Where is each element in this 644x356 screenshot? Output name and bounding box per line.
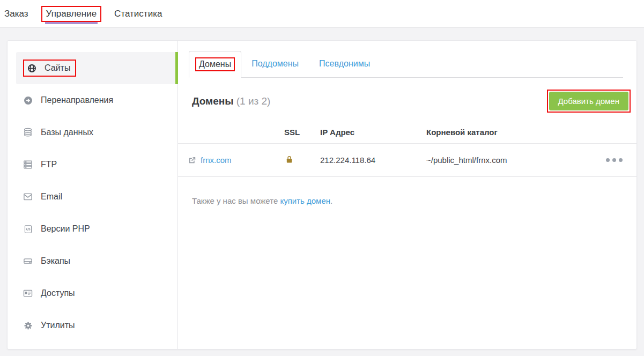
sidebar-item-redirects[interactable]: Перенаправления: [8, 84, 177, 116]
ip-cell: 212.224.118.64: [320, 155, 426, 165]
tab-label: Поддомены: [251, 59, 299, 69]
tab-aliases[interactable]: Псевдонимы: [309, 50, 380, 77]
sidebar-item-label: Утилиты: [41, 321, 75, 330]
annotation-box: Управление: [41, 6, 102, 22]
column-header-ip: IP Адрес: [320, 128, 426, 137]
domain-link[interactable]: frnx.com: [201, 155, 232, 165]
page-title: Домены (1 из 2): [192, 95, 270, 107]
sidebar: Сайты Перенаправления Базы да: [8, 41, 178, 349]
ssl-cell: [284, 155, 320, 166]
annotation-box: Домены: [195, 57, 235, 71]
sidebar-item-php-versions[interactable]: Версии PHP: [8, 213, 177, 245]
domains-count: (1 из 2): [236, 95, 271, 107]
backup-drive-icon: [23, 256, 33, 266]
section-header: Домены (1 из 2) Добавить домен: [178, 78, 636, 113]
top-navigation: Заказ Управление Статистика: [0, 0, 644, 28]
sidebar-item-label: Сайты: [45, 63, 70, 73]
annotation-box: Добавить домен: [547, 90, 631, 113]
sidebar-item-access[interactable]: Доступы: [8, 277, 177, 309]
nav-item-statistics[interactable]: Статистика: [114, 0, 162, 28]
lock-icon: [285, 155, 293, 166]
database-icon: [23, 128, 33, 137]
sidebar-item-label: Бэкапы: [41, 256, 70, 266]
php-code-icon: [23, 224, 33, 234]
sidebar-item-label: Email: [41, 192, 62, 202]
tab-label: Домены: [199, 60, 231, 69]
note-text: .: [330, 196, 332, 205]
external-link-icon: [188, 156, 196, 164]
sidebar-item-email[interactable]: Email: [8, 181, 177, 213]
gear-icon: [23, 321, 33, 330]
tab-subdomains[interactable]: Поддомены: [241, 50, 309, 77]
column-header-root: Корневой каталог: [426, 128, 589, 137]
sidebar-item-utilities[interactable]: Утилиты: [8, 309, 177, 342]
content-area: Домены Поддомены Псевдонимы Домены (1 из…: [178, 41, 636, 349]
sidebar-item-label: Базы данных: [41, 128, 93, 137]
sidebar-item-backups[interactable]: Бэкапы: [8, 245, 177, 277]
buy-domain-link[interactable]: купить домен: [280, 196, 330, 205]
envelope-icon: [23, 192, 33, 202]
actions-cell: [589, 158, 636, 162]
tabs-bar: Домены Поддомены Псевдонимы: [189, 51, 623, 78]
add-domain-button[interactable]: Добавить домен: [549, 92, 629, 110]
sidebar-item-label: Версии PHP: [41, 224, 90, 234]
table-header-row: SSL IP Адрес Корневой каталог: [178, 121, 636, 144]
sidebar-item-label: FTP: [41, 160, 57, 169]
tab-domains[interactable]: Домены: [189, 51, 241, 78]
sidebar-item-ftp[interactable]: FTP: [8, 149, 177, 181]
sidebar-item-label: Перенаправления: [41, 95, 113, 105]
nav-item-management[interactable]: Управление: [41, 0, 102, 28]
annotation-box: Сайты: [23, 60, 76, 77]
globe-icon: [27, 63, 36, 73]
sidebar-item-label: Доступы: [41, 288, 75, 298]
tab-label: Псевдонимы: [319, 59, 370, 69]
note-text: Также у нас вы можете: [192, 196, 280, 205]
sidebar-item-databases[interactable]: Базы данных: [8, 116, 177, 149]
nav-item-label: Статистика: [114, 9, 162, 19]
domain-cell: frnx.com: [178, 155, 284, 165]
nav-item-label: Заказ: [4, 9, 28, 19]
id-card-icon: [23, 288, 33, 298]
nav-item-label: Управление: [46, 9, 97, 19]
column-header-ssl: SSL: [284, 128, 320, 137]
table-row: frnx.com 212.224.118.64 ~/public_html/fr…: [178, 144, 636, 177]
server-icon: [23, 160, 33, 169]
buy-domain-note: Также у нас вы можете купить домен.: [192, 196, 636, 205]
domains-table: SSL IP Адрес Корневой каталог frnx.com: [178, 121, 636, 177]
redirect-icon: [23, 95, 33, 105]
row-menu-ellipsis-icon[interactable]: [606, 158, 623, 162]
root-dir-cell: ~/public_html/frnx.com: [426, 155, 589, 165]
sidebar-item-sites[interactable]: Сайты: [16, 52, 177, 84]
nav-item-order[interactable]: Заказ: [4, 0, 28, 28]
main-panel: Сайты Перенаправления Базы да: [7, 40, 637, 350]
